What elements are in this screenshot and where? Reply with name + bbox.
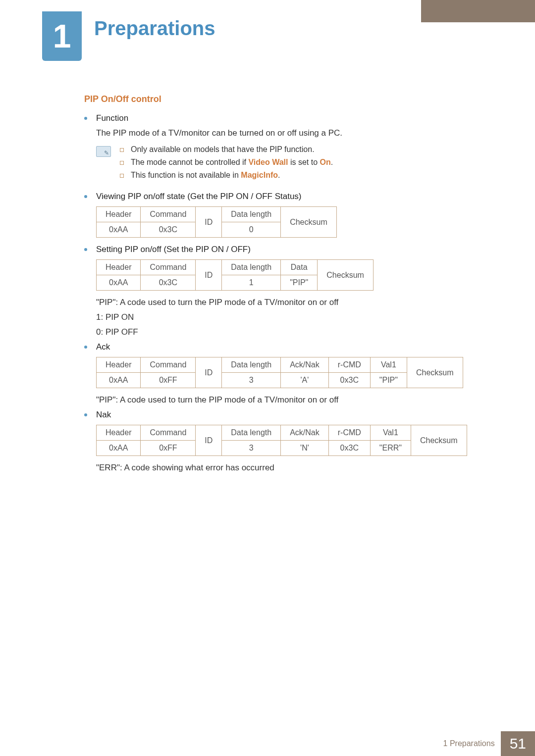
cell-value: 3 (222, 441, 281, 456)
chapter-number-tab: 1 (42, 11, 82, 61)
cell-header: Ack/Nak (281, 425, 329, 441)
footer-text: 1 Preparations (443, 739, 495, 748)
cell-header: Command (141, 425, 196, 441)
cell-value: 0x3C (141, 275, 196, 291)
table-row: Header Command ID Data length Checksum (97, 207, 337, 222)
note-icon (96, 146, 111, 157)
cell-header: r-CMD (328, 357, 370, 373)
cell-value: "PIP" (281, 275, 318, 291)
cell-header: ID (196, 357, 222, 388)
table-row: Header Command ID Data length Data Check… (97, 260, 374, 275)
bullet-dot-icon (84, 117, 87, 120)
cell-value: 0xAA (97, 275, 141, 291)
nak-bullet: Nak (84, 410, 500, 420)
nak-label: Nak (96, 410, 111, 420)
cell-header: Val1 (370, 425, 411, 441)
nak-note: "ERR": A code showing what error has occ… (96, 463, 500, 473)
cell-value: 'N' (281, 441, 329, 456)
cell-value: 'A' (281, 373, 329, 388)
cell-header: Command (141, 357, 196, 373)
cell-header: Header (97, 207, 141, 222)
note-2-pre: The mode cannot be controlled if (131, 158, 248, 166)
cell-value: "PIP" (370, 373, 407, 388)
bullet-dot-icon (84, 248, 87, 251)
square-bullet-icon (120, 174, 124, 178)
setting-note-2: 1: PIP ON (96, 312, 500, 322)
nak-table: Header Command ID Data length Ack/Nak r-… (96, 425, 467, 456)
page-content: PIP On/Off control Function The PIP mode… (84, 94, 500, 478)
cell-header: Checksum (411, 425, 467, 456)
cell-value: 0xAA (97, 373, 141, 388)
cell-header: Checksum (281, 207, 337, 238)
note-2-post: . (331, 158, 333, 166)
cell-header: ID (196, 425, 222, 456)
bullet-dot-icon (84, 346, 87, 349)
cell-header: Checksum (318, 260, 374, 291)
viewing-bullet: Viewing PIP on/off state (Get the PIP ON… (84, 192, 500, 202)
cell-value: 0x3C (328, 373, 370, 388)
note-3-post: . (278, 171, 280, 179)
cell-value: 0x3C (328, 441, 370, 456)
note-text-1: Only available on models that have the P… (131, 145, 315, 154)
note-line-1: Only available on models that have the P… (120, 145, 500, 154)
function-bullet: Function (84, 113, 500, 123)
function-label: Function (96, 113, 128, 123)
bullet-dot-icon (84, 195, 87, 198)
cell-value: 0xAA (97, 222, 141, 238)
square-bullet-icon (120, 161, 124, 165)
cell-header: r-CMD (328, 425, 370, 441)
note-text-2: The mode cannot be controlled if Video W… (131, 158, 333, 167)
note-2-hl2: On (320, 158, 331, 166)
setting-bullet: Setting PIP on/off (Set the PIP ON / OFF… (84, 245, 500, 254)
square-bullet-icon (120, 148, 124, 152)
cell-value: 0xFF (141, 373, 196, 388)
chapter-title: Preparations (94, 17, 215, 40)
cell-header: Header (97, 425, 141, 441)
setting-note-1: "PIP": A code used to turn the PIP mode … (96, 298, 500, 307)
note-line-3: This function is not available in MagicI… (120, 171, 500, 180)
cell-value: 0 (222, 222, 281, 238)
cell-header: Header (97, 260, 141, 275)
ack-note: "PIP": A code used to turn the PIP mode … (96, 395, 500, 405)
cell-header: Data length (222, 357, 281, 373)
note-3-hl: MagicInfo (241, 171, 278, 179)
viewing-table: Header Command ID Data length Checksum 0… (96, 206, 337, 238)
section-heading: PIP On/Off control (84, 94, 500, 104)
note-items: Only available on models that have the P… (120, 145, 500, 184)
cell-header: Data length (222, 260, 281, 275)
table-row: Header Command ID Data length Ack/Nak r-… (97, 357, 463, 373)
cell-header: Data length (222, 425, 281, 441)
note-2-mid: is set to (288, 158, 320, 166)
ack-bullet: Ack (84, 342, 500, 352)
cell-header: Data length (222, 207, 281, 222)
cell-header: ID (196, 207, 222, 238)
setting-note-3: 0: PIP OFF (96, 327, 500, 337)
cell-header: Checksum (407, 357, 463, 388)
setting-label: Setting PIP on/off (Set the PIP ON / OFF… (96, 245, 251, 254)
cell-header: Val1 (370, 357, 407, 373)
cell-header: Command (141, 260, 196, 275)
setting-table: Header Command ID Data length Data Check… (96, 259, 374, 291)
viewing-label: Viewing PIP on/off state (Get the PIP ON… (96, 192, 302, 202)
cell-header: Data (281, 260, 318, 275)
page-footer: 1 Preparations 51 (443, 731, 535, 756)
ack-table: Header Command ID Data length Ack/Nak r-… (96, 357, 463, 388)
note-line-2: The mode cannot be controlled if Video W… (120, 158, 500, 167)
note-3-pre: This function is not available in (131, 171, 241, 179)
cell-header: Ack/Nak (281, 357, 329, 373)
note-block: Only available on models that have the P… (96, 145, 500, 184)
note-text-3: This function is not available in MagicI… (131, 171, 280, 180)
bullet-dot-icon (84, 413, 87, 416)
cell-value: 0x3C (141, 222, 196, 238)
cell-value: 0xFF (141, 441, 196, 456)
cell-value: 3 (222, 373, 281, 388)
ack-label: Ack (96, 342, 110, 352)
footer-page-number: 51 (501, 731, 535, 756)
cell-value: "ERR" (370, 441, 411, 456)
note-2-hl1: Video Wall (248, 158, 288, 166)
header-accent-bar (421, 0, 535, 22)
cell-value: 0xAA (97, 441, 141, 456)
cell-header: Header (97, 357, 141, 373)
function-description: The PIP mode of a TV/monitor can be turn… (96, 128, 500, 138)
cell-value: 1 (222, 275, 281, 291)
